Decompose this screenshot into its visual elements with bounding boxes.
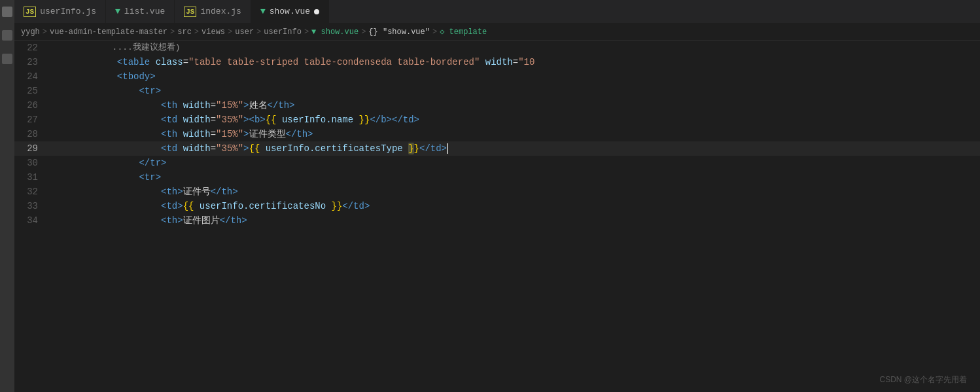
code-line-29: 29 <td width="35%">{{ userInfo.certifica… xyxy=(14,141,980,156)
js-icon: JS xyxy=(184,7,196,17)
tab-index-js[interactable]: JS index.js xyxy=(175,0,251,23)
line-number: 23 xyxy=(14,55,48,69)
code-line-22: 22 ....我建议想看) xyxy=(14,41,980,55)
line-number: 33 xyxy=(14,199,48,213)
js-icon: JS xyxy=(24,7,36,17)
breadcrumb: yygh > vue-admin-template-master > src >… xyxy=(14,24,980,41)
line-number: 30 xyxy=(14,156,48,170)
modified-indicator xyxy=(314,9,319,14)
code-editor[interactable]: 22 ....我建议想看) 23 <table class="table tab… xyxy=(14,41,980,392)
vue-icon: ▼ xyxy=(115,7,120,16)
line-content: <th width="15%">姓名</th> xyxy=(48,98,980,113)
line-number: 34 xyxy=(14,213,48,228)
line-content: <td width="35%">{{ userInfo.certificates… xyxy=(48,141,980,156)
sidebar-icon-1[interactable] xyxy=(2,7,12,17)
line-content: <tbody> xyxy=(48,69,980,84)
breadcrumb-sep: > xyxy=(43,27,47,37)
tab-label: list.vue xyxy=(124,7,165,16)
sidebar-icon-2[interactable] xyxy=(2,30,12,41)
line-number: 24 xyxy=(14,69,48,84)
crumb-yygh: yygh xyxy=(21,27,40,37)
code-line-23: 23 <table class="table table-striped tab… xyxy=(14,55,980,69)
tab-userinfo-js[interactable]: JS userInfo.js xyxy=(14,0,106,23)
line-number: 25 xyxy=(14,84,48,98)
line-content: <td width="35%"><b>{{ userInfo.name }}</… xyxy=(48,113,980,127)
vue-icon: ▼ xyxy=(260,7,266,16)
line-content: <th width="15%">证件类型</th> xyxy=(48,127,980,141)
line-content: </tr> xyxy=(48,156,980,170)
crumb-obj: {} "show.vue" xyxy=(368,27,430,37)
crumb-userinfo: userInfo xyxy=(264,27,302,37)
line-number: 22 xyxy=(14,41,48,55)
line-content: <tr> xyxy=(48,84,980,98)
code-line-30: 30 </tr> xyxy=(14,156,980,170)
code-line-34: 34 <th>证件图片</th> xyxy=(14,213,980,228)
crumb-template: ◇ template xyxy=(440,27,487,37)
crumb-user: user xyxy=(235,27,254,37)
code-line-24: 24 <tbody> xyxy=(14,69,980,84)
breadcrumb-sep: > xyxy=(228,27,232,37)
line-number: 29 xyxy=(14,141,48,156)
tab-list-vue[interactable]: ▼ list.vue xyxy=(106,0,175,23)
code-line-31: 31 <tr> xyxy=(14,170,980,185)
line-content: <tr> xyxy=(48,170,980,185)
code-lines: 22 ....我建议想看) 23 <table class="table tab… xyxy=(14,41,980,228)
line-content: <th>证件号</th> xyxy=(48,185,980,199)
breadcrumb-sep: > xyxy=(194,27,199,37)
line-number: 31 xyxy=(14,170,48,185)
code-line-33: 33 <td>{{ userInfo.certificatesNo }}</td… xyxy=(14,199,980,213)
tab-show-vue[interactable]: ▼ show.vue xyxy=(251,0,329,23)
line-content: <table class="table table-striped table-… xyxy=(48,55,980,69)
left-sidebar xyxy=(0,0,14,392)
breadcrumb-sep: > xyxy=(304,27,309,37)
tab-label: index.js xyxy=(200,7,241,16)
breadcrumb-sep: > xyxy=(432,27,437,37)
breadcrumb-sep: > xyxy=(170,27,175,37)
line-number: 32 xyxy=(14,185,48,199)
code-line-28: 28 <th width="15%">证件类型</th> xyxy=(14,127,980,141)
watermark: CSDN @这个名字先用着 xyxy=(879,374,967,385)
breadcrumb-sep: > xyxy=(361,27,366,37)
line-number: 28 xyxy=(14,127,48,141)
tab-bar: JS userInfo.js ▼ list.vue JS index.js ▼ … xyxy=(14,0,980,24)
sidebar-icon-3[interactable] xyxy=(2,54,12,64)
code-line-26: 26 <th width="15%">姓名</th> xyxy=(14,98,980,113)
tab-label: userInfo.js xyxy=(40,7,96,16)
line-number: 27 xyxy=(14,113,48,127)
crumb-src: src xyxy=(177,27,192,37)
crumb-master: vue-admin-template-master xyxy=(50,27,167,37)
breadcrumb-sep: > xyxy=(256,27,261,37)
crumb-show-vue: ▼ show.vue xyxy=(311,27,359,37)
crumb-views: views xyxy=(201,27,225,37)
code-line-25: 25 <tr> xyxy=(14,84,980,98)
line-content: <td>{{ userInfo.certificatesNo }}</td> xyxy=(48,199,980,213)
tab-label: show.vue xyxy=(270,7,310,16)
line-number: 26 xyxy=(14,98,48,113)
code-line-27: 27 <td width="35%"><b>{{ userInfo.name }… xyxy=(14,113,980,127)
code-line-32: 32 <th>证件号</th> xyxy=(14,185,980,199)
line-content: ....我建议想看) xyxy=(48,41,980,55)
line-content: <th>证件图片</th> xyxy=(48,213,980,228)
